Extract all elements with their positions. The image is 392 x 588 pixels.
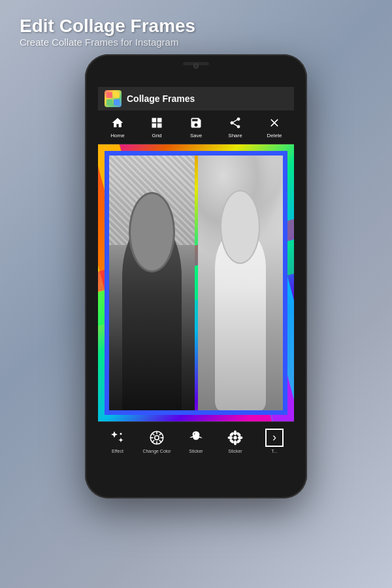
photo2-head (221, 191, 259, 263)
svg-point-15 (194, 433, 195, 434)
svg-point-17 (234, 430, 237, 435)
toolbar-delete-button[interactable]: Delete (255, 116, 294, 139)
svg-point-23 (236, 431, 241, 436)
delete-icon (268, 116, 281, 131)
svg-point-18 (234, 440, 237, 445)
photo1-head (131, 194, 173, 270)
svg-point-4 (120, 433, 122, 434)
svg-rect-0 (106, 92, 112, 98)
phone-screen: Collage Frames Home Grid (98, 87, 294, 459)
sticker1-button[interactable]: Sticker (176, 426, 216, 456)
svg-point-19 (228, 436, 233, 438)
sticker1-label: Sticker (189, 449, 203, 453)
app-promo-header: Edit Collage Frames Create Collate Frame… (0, 0, 392, 54)
grid-label: Grid (152, 133, 161, 139)
svg-line-12 (159, 440, 161, 442)
app-header-bar: Collage Frames (98, 87, 294, 110)
svg-line-11 (152, 433, 154, 435)
svg-line-14 (152, 440, 154, 442)
svg-point-16 (233, 436, 237, 439)
next-icon: › (265, 429, 284, 447)
share-label: Share (228, 133, 242, 139)
svg-point-22 (236, 438, 241, 444)
phone-device: Collage Frames Home Grid (85, 54, 307, 498)
svg-point-24 (229, 438, 234, 444)
sticker2-icon (226, 429, 244, 447)
collage-canvas[interactable] (98, 144, 294, 421)
app-name: Collage Frames (127, 93, 195, 104)
svg-point-20 (238, 436, 243, 438)
photo-slot-2[interactable] (198, 155, 284, 410)
promo-title: Edit Collage Frames (20, 16, 372, 37)
effect-icon (108, 429, 127, 447)
toolbar-share-button[interactable]: Share (216, 116, 255, 139)
sticker1-icon (187, 429, 205, 447)
svg-rect-1 (114, 92, 120, 98)
save-icon (189, 116, 203, 131)
change-color-icon (148, 429, 166, 447)
change-color-label: Change Color (142, 449, 171, 453)
sticker2-button[interactable]: Sticker (216, 426, 255, 456)
home-icon (111, 116, 124, 131)
sticker2-label: Sticker (228, 449, 242, 453)
toolbar-home-button[interactable]: Home (98, 116, 137, 139)
grid-icon (150, 116, 163, 131)
change-color-button[interactable]: Change Color (137, 426, 176, 456)
share-icon (229, 116, 242, 131)
toolbar-save-button[interactable]: Save (176, 116, 216, 139)
svg-rect-2 (106, 99, 112, 105)
save-label: Save (190, 133, 202, 139)
main-toolbar: Home Grid Save (98, 110, 294, 144)
phone-camera (193, 63, 199, 69)
svg-point-6 (155, 435, 159, 440)
delete-label: Delete (267, 133, 282, 139)
home-label: Home (110, 133, 124, 139)
toolbar-grid-button[interactable]: Grid (137, 116, 176, 139)
photo-slot-1[interactable] (109, 155, 195, 410)
effect-label: Effect (112, 449, 123, 453)
svg-line-13 (159, 433, 161, 435)
svg-point-21 (229, 431, 234, 436)
bottom-toolbar: Effect (98, 421, 294, 459)
svg-rect-3 (114, 99, 120, 105)
next-button[interactable]: › T... (255, 426, 294, 456)
effect-button[interactable]: Effect (98, 426, 137, 456)
promo-subtitle: Create Collate Frames for Instagram (20, 37, 372, 48)
next-label: T... (271, 449, 277, 453)
photos-container (109, 155, 283, 410)
app-icon (105, 90, 122, 107)
